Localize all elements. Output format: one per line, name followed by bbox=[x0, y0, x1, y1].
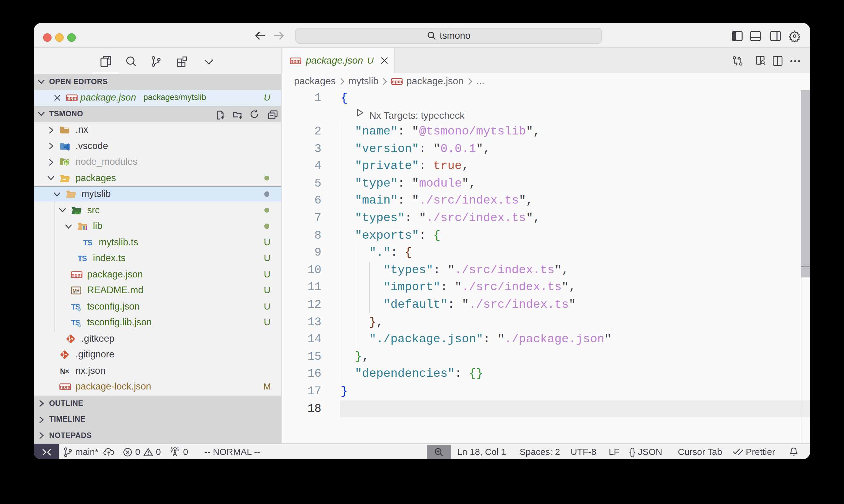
svg-text:npm: npm bbox=[392, 79, 402, 84]
svg-text:npm: npm bbox=[71, 272, 82, 277]
svg-text:TS: TS bbox=[77, 254, 87, 263]
svg-text:M: M bbox=[72, 288, 77, 294]
svg-text:TS: TS bbox=[83, 238, 92, 247]
svg-text:npm: npm bbox=[60, 384, 71, 390]
svg-text:npm: npm bbox=[67, 95, 77, 101]
svg-text:js: js bbox=[65, 161, 68, 165]
svg-text:</>: </> bbox=[74, 210, 81, 215]
svg-text:N×: N× bbox=[60, 367, 69, 375]
svg-text:npm: npm bbox=[290, 58, 301, 64]
